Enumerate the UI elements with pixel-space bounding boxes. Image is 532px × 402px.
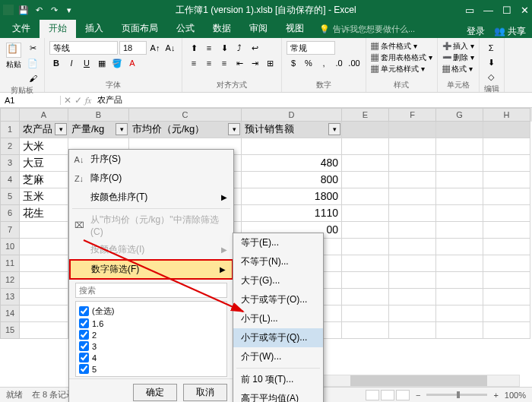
cell[interactable]: [436, 205, 483, 222]
qat-dropdown-icon[interactable]: ▾: [64, 5, 74, 15]
cell[interactable]: [483, 188, 530, 205]
cell[interactable]: [342, 172, 389, 188]
cell[interactable]: [342, 188, 389, 205]
cell[interactable]: [436, 188, 483, 205]
font-color-icon[interactable]: A: [125, 56, 139, 70]
zoom-thumb[interactable]: [457, 391, 460, 398]
col-header[interactable]: B: [68, 108, 129, 122]
tab-layout[interactable]: 页面布局: [112, 19, 167, 38]
orientation-icon[interactable]: ⤴: [233, 41, 246, 55]
cell[interactable]: [436, 239, 483, 255]
align-top-icon[interactable]: ⬆: [187, 41, 201, 55]
cell[interactable]: 1110: [242, 205, 342, 222]
cell[interactable]: [389, 205, 436, 222]
align-bottom-icon[interactable]: ⬇: [217, 41, 231, 55]
italic-button[interactable]: I: [65, 56, 78, 70]
cell[interactable]: [342, 155, 389, 172]
row-header[interactable]: 11: [0, 255, 20, 272]
cell[interactable]: [242, 138, 342, 155]
cell[interactable]: [389, 155, 436, 172]
cell[interactable]: [483, 272, 530, 289]
col-header[interactable]: A: [20, 108, 68, 122]
tab-file[interactable]: 文件: [3, 19, 40, 38]
submenu-item[interactable]: 不等于(N)...: [233, 252, 323, 271]
cell[interactable]: [342, 289, 389, 305]
filter-check-item[interactable]: 3: [79, 340, 223, 352]
paste-button[interactable]: 📋 粘贴: [5, 41, 23, 71]
cell[interactable]: [20, 239, 68, 255]
cell[interactable]: [389, 138, 436, 155]
zoom-in-icon[interactable]: +: [493, 391, 498, 400]
cell[interactable]: 大米: [20, 138, 68, 155]
col-header[interactable]: G: [436, 108, 483, 122]
header-cell[interactable]: 市均价（元/kg）▾: [129, 122, 242, 138]
cell[interactable]: [436, 222, 483, 239]
submenu-item[interactable]: 大于或等于(O)...: [233, 290, 323, 309]
tab-review[interactable]: 审阅: [240, 19, 277, 38]
submenu-item[interactable]: 小于(L)...: [233, 309, 323, 328]
cell[interactable]: [483, 222, 530, 239]
cell[interactable]: [436, 272, 483, 289]
header-cell[interactable]: 农产品▾: [20, 122, 68, 138]
row-header[interactable]: 2: [0, 138, 20, 155]
cell[interactable]: [483, 239, 530, 255]
font-size-combo[interactable]: 18: [119, 41, 147, 55]
cell[interactable]: [483, 322, 530, 339]
cell[interactable]: [389, 255, 436, 272]
tab-formula[interactable]: 公式: [167, 19, 204, 38]
grow-font-icon[interactable]: A↑: [148, 41, 162, 55]
shrink-font-icon[interactable]: A↓: [163, 41, 177, 55]
tell-me-search[interactable]: 💡 告诉我您想要做什么...: [313, 21, 421, 38]
row-header[interactable]: 3: [0, 155, 20, 172]
number-format-combo[interactable]: 常规: [287, 41, 335, 55]
redo-icon[interactable]: ↷: [49, 5, 59, 15]
col-header[interactable]: D: [242, 108, 342, 122]
row-header[interactable]: 5: [0, 188, 20, 205]
tab-home[interactable]: 开始: [40, 19, 76, 38]
page-layout-icon[interactable]: [381, 390, 394, 400]
border-icon[interactable]: ▦: [95, 56, 109, 70]
cell-style-button[interactable]: ▦ 单元格样式 ▾: [371, 64, 425, 74]
cell[interactable]: [342, 222, 389, 239]
checkbox[interactable]: [79, 306, 89, 316]
cell[interactable]: [436, 305, 483, 322]
row-header[interactable]: 12: [0, 272, 20, 289]
cell[interactable]: [389, 289, 436, 305]
cell[interactable]: [342, 205, 389, 222]
percent-icon[interactable]: %: [302, 56, 315, 70]
checkbox[interactable]: [79, 318, 89, 328]
autosum-icon[interactable]: Σ: [484, 41, 498, 55]
cell[interactable]: 480: [242, 155, 342, 172]
cell[interactable]: [483, 155, 530, 172]
cell[interactable]: [389, 305, 436, 322]
indent-inc-icon[interactable]: ⇥: [248, 56, 261, 70]
minimize-icon[interactable]: —: [483, 5, 493, 16]
col-header[interactable]: C: [129, 108, 242, 122]
tab-view[interactable]: 视图: [277, 19, 313, 38]
cell[interactable]: [342, 272, 389, 289]
submenu-item[interactable]: 等于(E)...: [233, 233, 323, 252]
row-header[interactable]: 13: [0, 289, 20, 305]
currency-icon[interactable]: $: [287, 56, 300, 70]
row-header[interactable]: 10: [0, 239, 20, 255]
align-center-icon[interactable]: ≡: [202, 56, 216, 70]
tab-insert[interactable]: 插入: [76, 19, 112, 38]
close-icon[interactable]: ✕: [521, 5, 529, 16]
enter-formula-icon[interactable]: ✓: [74, 95, 82, 106]
normal-view-icon[interactable]: [366, 390, 379, 400]
cell[interactable]: [389, 322, 436, 339]
clear-icon[interactable]: ◇: [484, 70, 498, 84]
number-filter-item[interactable]: 数字筛选(F)▶: [69, 259, 233, 280]
undo-icon[interactable]: ↶: [33, 5, 44, 15]
formula-input[interactable]: 农产品: [94, 94, 532, 106]
cell[interactable]: [436, 155, 483, 172]
format-painter-icon[interactable]: 🖌: [26, 71, 40, 85]
cell[interactable]: 花生: [20, 205, 68, 222]
cell[interactable]: [483, 289, 530, 305]
share-button[interactable]: 👥 共享: [494, 25, 526, 38]
cell[interactable]: [389, 172, 436, 188]
ribbon-options-icon[interactable]: ▭: [465, 5, 474, 16]
col-header[interactable]: F: [389, 108, 436, 122]
fill-color-icon[interactable]: 🪣: [110, 56, 124, 70]
row-header[interactable]: 6: [0, 205, 20, 222]
